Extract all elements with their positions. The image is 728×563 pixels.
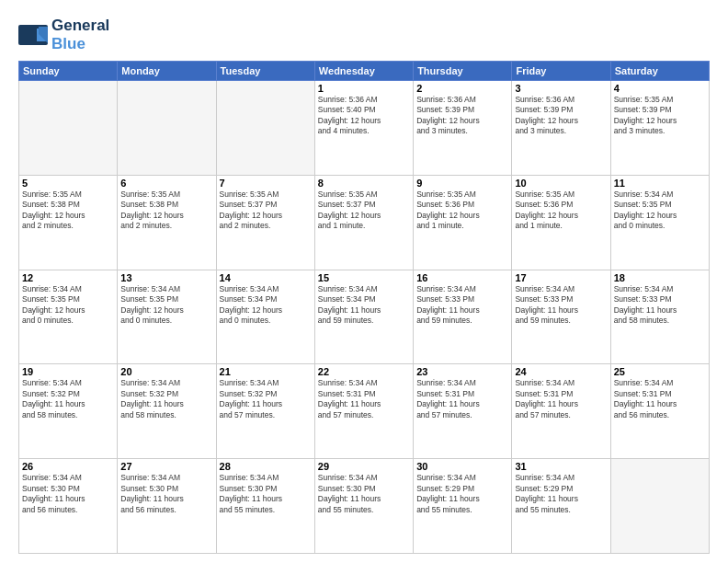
day-info: Sunrise: 5:36 AM Sunset: 5:39 PM Dayligh… [416, 95, 508, 137]
day-info: Sunrise: 5:34 AM Sunset: 5:35 PM Dayligh… [614, 190, 706, 232]
day-number: 7 [220, 178, 312, 189]
calendar-cell: 3Sunrise: 5:36 AM Sunset: 5:39 PM Daylig… [512, 81, 610, 176]
logo: General Blue [18, 17, 109, 53]
day-number: 13 [120, 272, 212, 283]
calendar-week-2: 5Sunrise: 5:35 AM Sunset: 5:38 PM Daylig… [19, 175, 710, 270]
calendar-cell: 16Sunrise: 5:34 AM Sunset: 5:33 PM Dayli… [414, 270, 512, 364]
calendar-cell: 4Sunrise: 5:35 AM Sunset: 5:39 PM Daylig… [610, 81, 709, 176]
calendar-cell: 26Sunrise: 5:34 AM Sunset: 5:30 PM Dayli… [19, 459, 118, 554]
day-info: Sunrise: 5:34 AM Sunset: 5:29 PM Dayligh… [416, 473, 508, 515]
day-number: 15 [318, 272, 410, 283]
day-info: Sunrise: 5:35 AM Sunset: 5:38 PM Dayligh… [120, 190, 212, 232]
calendar-cell: 14Sunrise: 5:34 AM Sunset: 5:34 PM Dayli… [216, 270, 314, 364]
calendar-cell: 31Sunrise: 5:34 AM Sunset: 5:29 PM Dayli… [512, 459, 610, 554]
calendar-week-3: 12Sunrise: 5:34 AM Sunset: 5:35 PM Dayli… [19, 270, 710, 364]
logo-icon [18, 25, 48, 45]
calendar-cell: 9Sunrise: 5:35 AM Sunset: 5:36 PM Daylig… [414, 175, 512, 270]
calendar-cell: 18Sunrise: 5:34 AM Sunset: 5:33 PM Dayli… [610, 270, 709, 364]
day-number: 24 [515, 366, 607, 377]
day-number: 20 [120, 366, 212, 377]
day-number: 17 [515, 272, 607, 283]
day-info: Sunrise: 5:35 AM Sunset: 5:39 PM Dayligh… [614, 95, 706, 137]
day-info: Sunrise: 5:34 AM Sunset: 5:33 PM Dayligh… [614, 284, 706, 327]
day-info: Sunrise: 5:34 AM Sunset: 5:31 PM Dayligh… [515, 378, 607, 420]
day-info: Sunrise: 5:34 AM Sunset: 5:30 PM Dayligh… [22, 473, 114, 515]
weekday-header-monday: Monday [118, 62, 216, 81]
logo-blue: Blue [51, 35, 85, 52]
day-info: Sunrise: 5:34 AM Sunset: 5:31 PM Dayligh… [614, 378, 706, 420]
weekday-header-saturday: Saturday [610, 62, 709, 81]
calendar-cell: 7Sunrise: 5:35 AM Sunset: 5:37 PM Daylig… [216, 175, 314, 270]
logo-general: General [51, 17, 109, 34]
calendar-cell: 28Sunrise: 5:34 AM Sunset: 5:30 PM Dayli… [216, 459, 314, 554]
calendar-cell: 25Sunrise: 5:34 AM Sunset: 5:31 PM Dayli… [610, 364, 709, 459]
day-number: 5 [22, 178, 114, 189]
day-number: 14 [220, 272, 312, 283]
day-number: 3 [515, 83, 607, 94]
day-number: 21 [220, 366, 312, 377]
day-number: 25 [614, 366, 706, 377]
day-info: Sunrise: 5:35 AM Sunset: 5:36 PM Dayligh… [416, 190, 508, 232]
page: General Blue SundayMondayTuesdayWednesda… [0, 0, 728, 563]
day-info: Sunrise: 5:34 AM Sunset: 5:29 PM Dayligh… [515, 473, 607, 515]
day-info: Sunrise: 5:35 AM Sunset: 5:37 PM Dayligh… [220, 190, 312, 232]
day-number: 12 [22, 272, 114, 283]
day-info: Sunrise: 5:34 AM Sunset: 5:34 PM Dayligh… [220, 284, 312, 327]
day-info: Sunrise: 5:34 AM Sunset: 5:35 PM Dayligh… [22, 284, 114, 327]
calendar-week-1: 1Sunrise: 5:36 AM Sunset: 5:40 PM Daylig… [19, 81, 710, 176]
day-number: 27 [120, 461, 212, 472]
calendar-cell: 24Sunrise: 5:34 AM Sunset: 5:31 PM Dayli… [512, 364, 610, 459]
weekday-header-friday: Friday [512, 62, 610, 81]
calendar-cell: 27Sunrise: 5:34 AM Sunset: 5:30 PM Dayli… [118, 459, 216, 554]
calendar-cell [118, 81, 216, 176]
day-info: Sunrise: 5:34 AM Sunset: 5:35 PM Dayligh… [120, 284, 212, 327]
day-number: 16 [416, 272, 508, 283]
day-info: Sunrise: 5:34 AM Sunset: 5:33 PM Dayligh… [416, 284, 508, 327]
day-number: 11 [614, 178, 706, 189]
calendar-cell: 10Sunrise: 5:35 AM Sunset: 5:36 PM Dayli… [512, 175, 610, 270]
calendar-cell: 6Sunrise: 5:35 AM Sunset: 5:38 PM Daylig… [118, 175, 216, 270]
calendar-cell: 11Sunrise: 5:34 AM Sunset: 5:35 PM Dayli… [610, 175, 709, 270]
day-info: Sunrise: 5:34 AM Sunset: 5:31 PM Dayligh… [318, 378, 410, 420]
day-number: 4 [614, 83, 706, 94]
day-number: 10 [515, 178, 607, 189]
day-info: Sunrise: 5:34 AM Sunset: 5:33 PM Dayligh… [515, 284, 607, 327]
day-info: Sunrise: 5:34 AM Sunset: 5:30 PM Dayligh… [220, 473, 312, 515]
day-number: 18 [614, 272, 706, 283]
day-info: Sunrise: 5:35 AM Sunset: 5:36 PM Dayligh… [515, 190, 607, 232]
calendar-week-4: 19Sunrise: 5:34 AM Sunset: 5:32 PM Dayli… [19, 364, 710, 459]
calendar-cell: 20Sunrise: 5:34 AM Sunset: 5:32 PM Dayli… [118, 364, 216, 459]
calendar-cell: 22Sunrise: 5:34 AM Sunset: 5:31 PM Dayli… [314, 364, 413, 459]
weekday-header-wednesday: Wednesday [314, 62, 413, 81]
day-number: 9 [416, 178, 508, 189]
header: General Blue [18, 17, 710, 53]
weekday-header-thursday: Thursday [414, 62, 512, 81]
calendar-table: SundayMondayTuesdayWednesdayThursdayFrid… [18, 61, 710, 554]
calendar-cell: 15Sunrise: 5:34 AM Sunset: 5:34 PM Dayli… [314, 270, 413, 364]
day-info: Sunrise: 5:34 AM Sunset: 5:30 PM Dayligh… [318, 473, 410, 515]
calendar-cell: 2Sunrise: 5:36 AM Sunset: 5:39 PM Daylig… [414, 81, 512, 176]
calendar-cell [19, 81, 118, 176]
day-info: Sunrise: 5:35 AM Sunset: 5:38 PM Dayligh… [22, 190, 114, 232]
calendar-cell: 12Sunrise: 5:34 AM Sunset: 5:35 PM Dayli… [19, 270, 118, 364]
calendar-cell: 1Sunrise: 5:36 AM Sunset: 5:40 PM Daylig… [314, 81, 413, 176]
day-info: Sunrise: 5:34 AM Sunset: 5:31 PM Dayligh… [416, 378, 508, 420]
day-number: 28 [220, 461, 312, 472]
day-info: Sunrise: 5:34 AM Sunset: 5:30 PM Dayligh… [120, 473, 212, 515]
day-number: 29 [318, 461, 410, 472]
calendar-cell: 30Sunrise: 5:34 AM Sunset: 5:29 PM Dayli… [414, 459, 512, 554]
calendar-week-5: 26Sunrise: 5:34 AM Sunset: 5:30 PM Dayli… [19, 459, 710, 554]
day-number: 26 [22, 461, 114, 472]
weekday-header-tuesday: Tuesday [216, 62, 314, 81]
weekday-header-sunday: Sunday [19, 62, 118, 81]
calendar-cell: 21Sunrise: 5:34 AM Sunset: 5:32 PM Dayli… [216, 364, 314, 459]
day-info: Sunrise: 5:36 AM Sunset: 5:39 PM Dayligh… [515, 95, 607, 137]
calendar-cell [216, 81, 314, 176]
day-info: Sunrise: 5:34 AM Sunset: 5:32 PM Dayligh… [120, 378, 212, 420]
day-number: 19 [22, 366, 114, 377]
calendar-cell [610, 459, 709, 554]
day-number: 1 [318, 83, 410, 94]
day-info: Sunrise: 5:34 AM Sunset: 5:34 PM Dayligh… [318, 284, 410, 327]
calendar-cell: 29Sunrise: 5:34 AM Sunset: 5:30 PM Dayli… [314, 459, 413, 554]
day-number: 8 [318, 178, 410, 189]
